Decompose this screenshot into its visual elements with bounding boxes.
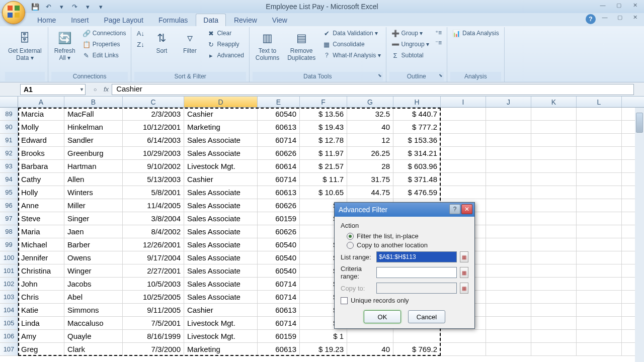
table-row[interactable]: 100JenniferOwens9/17/2004Sales Associate… bbox=[0, 251, 644, 264]
cell[interactable]: 8/16/1999 bbox=[123, 330, 184, 342]
redo-icon[interactable]: ↷ bbox=[69, 2, 79, 12]
ribbon-close[interactable]: ✕ bbox=[629, 14, 641, 23]
cell[interactable]: John bbox=[18, 278, 64, 290]
row-header[interactable]: 91 bbox=[0, 134, 18, 146]
cell[interactable]: 60626 bbox=[258, 147, 300, 159]
cell[interactable]: Sandler bbox=[64, 134, 123, 146]
cell[interactable] bbox=[531, 251, 577, 264]
cell[interactable]: $ 440.7 bbox=[393, 108, 441, 120]
cell[interactable] bbox=[577, 317, 622, 329]
cell[interactable]: 60626 bbox=[258, 199, 300, 212]
cell[interactable] bbox=[577, 251, 622, 264]
cell[interactable] bbox=[577, 173, 622, 186]
cell[interactable]: $ 10.65 bbox=[300, 186, 347, 199]
row-header[interactable]: 103 bbox=[0, 291, 18, 303]
cell[interactable]: 60613 bbox=[258, 304, 300, 316]
cell[interactable]: Cashier bbox=[184, 173, 258, 186]
table-row[interactable]: 95HollyWinters5/8/2001Sales Associate606… bbox=[0, 186, 644, 199]
row-header[interactable]: 90 bbox=[0, 121, 18, 133]
table-row[interactable]: 92BrooksGreenburg10/29/2003Sales Associa… bbox=[0, 147, 644, 160]
cell[interactable]: $ 371.48 bbox=[393, 173, 441, 186]
table-row[interactable]: 91EdwardSandler6/14/2003Sales Associate6… bbox=[0, 134, 644, 147]
cell[interactable] bbox=[577, 343, 622, 355]
table-row[interactable]: 96AnneMiller11/4/2005Sales Associate6062… bbox=[0, 199, 644, 212]
cell[interactable] bbox=[441, 147, 486, 159]
cell[interactable]: Owens bbox=[64, 251, 123, 264]
row-header[interactable]: 97 bbox=[0, 212, 18, 225]
criteria-range-picker[interactable]: ▦ bbox=[460, 267, 468, 278]
column-header-G[interactable]: G bbox=[347, 97, 393, 107]
cell[interactable] bbox=[486, 212, 531, 225]
cell[interactable] bbox=[531, 134, 577, 146]
cell[interactable]: 60626 bbox=[258, 225, 300, 238]
cell[interactable] bbox=[577, 225, 622, 238]
cancel-button[interactable]: Cancel bbox=[408, 310, 445, 323]
cell[interactable]: Winters bbox=[64, 186, 123, 199]
column-header-F[interactable]: F bbox=[300, 97, 347, 107]
sort-asc-button[interactable]: A↓ bbox=[134, 28, 146, 38]
cell[interactable]: 6/14/2003 bbox=[123, 134, 184, 146]
tab-data[interactable]: Data bbox=[196, 14, 226, 26]
get-external-data-button[interactable]: 🗄Get External Data ▾ bbox=[5, 28, 45, 64]
cell[interactable] bbox=[531, 238, 577, 251]
cell[interactable]: Winger bbox=[64, 264, 123, 277]
cancel-formula-icon[interactable]: ○ bbox=[90, 84, 101, 95]
cell[interactable]: 60714 bbox=[258, 317, 300, 329]
column-header-H[interactable]: H bbox=[393, 97, 441, 107]
row-header[interactable]: 101 bbox=[0, 264, 18, 277]
cell[interactable]: 31.75 bbox=[347, 173, 393, 186]
text-to-columns-button[interactable]: ▥Text to Columns bbox=[253, 28, 282, 64]
cell[interactable]: 32.5 bbox=[347, 108, 393, 120]
ok-button[interactable]: OK bbox=[364, 310, 401, 323]
dialog-title[interactable]: Advanced Filter ? ✕ bbox=[335, 203, 474, 217]
cell[interactable]: $ 314.21 bbox=[393, 147, 441, 159]
cell[interactable]: Hinkelman bbox=[64, 121, 123, 133]
cell[interactable]: Jaen bbox=[64, 225, 123, 238]
cell[interactable] bbox=[531, 160, 577, 172]
cell[interactable] bbox=[531, 343, 577, 355]
cell[interactable]: 2/3/2003 bbox=[123, 108, 184, 120]
cell[interactable]: Molly bbox=[18, 121, 64, 133]
cell[interactable]: 10/25/2005 bbox=[123, 291, 184, 303]
cell[interactable] bbox=[531, 212, 577, 225]
cell[interactable] bbox=[486, 278, 531, 290]
cell[interactable]: 60540 bbox=[258, 108, 300, 120]
cell[interactable]: Jacobs bbox=[64, 278, 123, 290]
cell[interactable] bbox=[486, 264, 531, 277]
cell[interactable] bbox=[531, 304, 577, 316]
worksheet-grid[interactable]: ABCDEFGHIJKL 89MarciaMacFall2/3/2003Cash… bbox=[0, 97, 644, 362]
tab-insert[interactable]: Insert bbox=[64, 14, 96, 26]
row-header[interactable]: 98 bbox=[0, 225, 18, 238]
sort-desc-button[interactable]: Z↓ bbox=[134, 39, 146, 49]
cell[interactable] bbox=[531, 264, 577, 277]
row-header[interactable]: 89 bbox=[0, 108, 18, 120]
cell[interactable]: Greg bbox=[18, 343, 64, 355]
criteria-range-input[interactable] bbox=[376, 267, 457, 278]
row-header[interactable]: 106 bbox=[0, 330, 18, 342]
cell[interactable] bbox=[486, 225, 531, 238]
column-header-B[interactable]: B bbox=[64, 97, 123, 107]
properties-button[interactable]: 📋Properties bbox=[80, 39, 128, 49]
cell[interactable] bbox=[577, 291, 622, 303]
table-row[interactable]: 107GregClark7/3/2000Marketing60613$ 19.2… bbox=[0, 343, 644, 356]
subtotal-button[interactable]: ΣSubtotal bbox=[389, 50, 431, 60]
name-box[interactable]: A1 bbox=[20, 84, 86, 95]
cell[interactable] bbox=[347, 330, 393, 342]
cell[interactable]: 10/29/2003 bbox=[123, 147, 184, 159]
cell[interactable]: Miller bbox=[64, 199, 123, 212]
cell[interactable]: Clark bbox=[64, 343, 123, 355]
cell[interactable]: 10/12/2001 bbox=[123, 121, 184, 133]
cell[interactable] bbox=[486, 304, 531, 316]
cell[interactable]: Sales Associate bbox=[184, 186, 258, 199]
connections-button[interactable]: 🔗Connections bbox=[80, 28, 128, 38]
cell[interactable] bbox=[531, 225, 577, 238]
cell[interactable]: 3/8/2004 bbox=[123, 212, 184, 225]
cell[interactable]: Linda bbox=[18, 317, 64, 329]
cell[interactable]: Marcia bbox=[18, 108, 64, 120]
row-header[interactable]: 102 bbox=[0, 278, 18, 290]
table-row[interactable]: 94CathyAllen5/13/2003Cashier60714$ 11.73… bbox=[0, 173, 644, 186]
cell[interactable]: Hartman bbox=[64, 160, 123, 172]
column-header-K[interactable]: K bbox=[531, 97, 577, 107]
cell[interactable]: 60714 bbox=[258, 278, 300, 290]
cell[interactable]: Livestock Mgt. bbox=[184, 317, 258, 329]
